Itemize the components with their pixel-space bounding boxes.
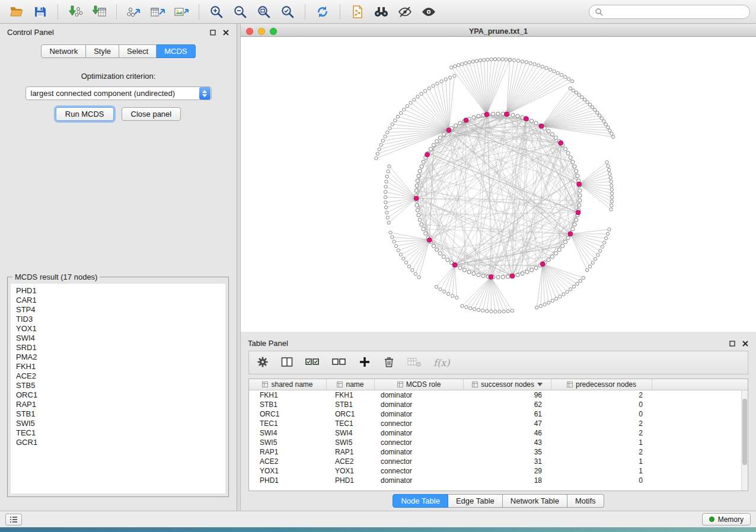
network-node[interactable]	[492, 112, 495, 116]
deselect-all-button[interactable]	[331, 355, 347, 370]
cell-successor-nodes[interactable]: 61	[464, 410, 551, 418]
network-node[interactable]	[493, 57, 496, 60]
tab-mcds[interactable]: MCDS	[157, 44, 195, 58]
table-tab-network-table[interactable]: Network Table	[503, 494, 567, 508]
network-node[interactable]	[461, 305, 464, 307]
network-node[interactable]	[609, 176, 612, 179]
dominator-node[interactable]	[576, 210, 580, 215]
network-node[interactable]	[569, 288, 572, 291]
network-node[interactable]	[588, 265, 591, 268]
mcds-result-item[interactable]: RAP1	[11, 400, 225, 409]
network-node[interactable]	[442, 133, 445, 136]
network-node[interactable]	[521, 60, 524, 63]
network-node[interactable]	[579, 279, 582, 282]
cell-name[interactable]: RAP1	[327, 448, 375, 456]
network-node[interactable]	[572, 285, 575, 288]
network-node[interactable]	[516, 59, 519, 62]
network-node[interactable]	[560, 73, 563, 76]
network-node[interactable]	[550, 255, 554, 258]
network-node[interactable]	[494, 310, 497, 313]
network-node[interactable]	[578, 194, 582, 197]
network-node[interactable]	[610, 196, 613, 199]
network-node[interactable]	[384, 135, 387, 138]
criterion-dropdown[interactable]: largest connected component (undirected)	[25, 86, 212, 100]
network-node[interactable]	[533, 63, 536, 66]
network-node[interactable]	[594, 108, 596, 111]
cell-MCDS-role[interactable]: dominator	[375, 476, 464, 485]
tab-style[interactable]: Style	[86, 44, 119, 58]
cell-MCDS-role[interactable]: connector	[375, 467, 464, 475]
network-node[interactable]	[477, 309, 480, 312]
network-node[interactable]	[525, 60, 528, 63]
cell-name[interactable]: TEC1	[327, 419, 375, 428]
network-node[interactable]	[563, 240, 567, 243]
mcds-result-item[interactable]: STP4	[11, 305, 225, 315]
export-as-web-button[interactable]	[347, 3, 368, 21]
network-node[interactable]	[530, 268, 534, 272]
network-node[interactable]	[472, 272, 476, 275]
network-node[interactable]	[387, 170, 390, 173]
network-node[interactable]	[600, 117, 603, 120]
network-node[interactable]	[486, 58, 489, 61]
network-node[interactable]	[578, 189, 582, 193]
dominator-node[interactable]	[539, 124, 544, 129]
network-node[interactable]	[411, 268, 414, 271]
network-node[interactable]	[471, 60, 474, 63]
network-node[interactable]	[606, 232, 609, 235]
cell-predecessor-nodes[interactable]: 0	[551, 410, 652, 418]
memory-button[interactable]: Memory	[702, 513, 751, 525]
network-node[interactable]	[468, 60, 471, 63]
table-row[interactable]: RAP1RAP1dominator352	[249, 447, 748, 457]
network-node[interactable]	[384, 196, 387, 198]
cell-name[interactable]: SWI4	[327, 429, 375, 437]
cell-successor-nodes[interactable]: 43	[464, 438, 551, 447]
network-node[interactable]	[578, 204, 581, 207]
network-node[interactable]	[440, 80, 443, 83]
network-node[interactable]	[608, 129, 611, 132]
cell-name[interactable]: PHD1	[327, 476, 375, 485]
cell-predecessor-nodes[interactable]: 0	[551, 400, 652, 409]
mcds-result-item[interactable]: ACE2	[11, 371, 225, 381]
network-node[interactable]	[562, 293, 565, 296]
network-node[interactable]	[376, 152, 379, 155]
network-node[interactable]	[496, 112, 500, 116]
network-node[interactable]	[490, 310, 493, 313]
network-node[interactable]	[446, 258, 449, 262]
network-node[interactable]	[610, 208, 613, 211]
network-node[interactable]	[432, 84, 435, 87]
cell-shared-name[interactable]: SWI5	[249, 438, 327, 447]
network-node[interactable]	[451, 294, 454, 297]
table-tab-edge-table[interactable]: Edge Table	[448, 494, 503, 508]
show-columns-button[interactable]	[280, 355, 294, 370]
mcds-result-item[interactable]: TEC1	[11, 428, 225, 438]
network-node[interactable]	[566, 290, 569, 293]
network-node[interactable]	[605, 236, 608, 239]
network-node[interactable]	[529, 62, 532, 65]
cell-predecessor-nodes[interactable]: 2	[551, 429, 652, 437]
dominator-node[interactable]	[425, 152, 430, 157]
network-node[interactable]	[458, 266, 462, 270]
network-node[interactable]	[596, 254, 599, 257]
network-node[interactable]	[547, 258, 550, 262]
network-node[interactable]	[384, 206, 387, 209]
network-node[interactable]	[399, 253, 402, 256]
network-node[interactable]	[591, 261, 594, 264]
network-node[interactable]	[525, 270, 529, 274]
dominator-node[interactable]	[414, 196, 419, 201]
network-node[interactable]	[389, 231, 392, 234]
select-all-button[interactable]	[305, 355, 320, 370]
cell-name[interactable]: SWI5	[327, 438, 375, 447]
cell-name[interactable]: STB1	[327, 400, 375, 409]
network-node[interactable]	[388, 127, 391, 130]
network-node[interactable]	[448, 76, 451, 79]
network-node[interactable]	[432, 143, 435, 147]
network-node[interactable]	[537, 64, 540, 67]
network-node[interactable]	[505, 58, 508, 61]
network-node[interactable]	[413, 98, 416, 101]
network-node[interactable]	[575, 218, 578, 222]
network-node[interactable]	[415, 184, 419, 187]
cell-successor-nodes[interactable]: 46	[464, 429, 551, 437]
network-node[interactable]	[420, 92, 423, 95]
zoom-out-button[interactable]	[229, 3, 251, 21]
zoom-in-button[interactable]	[206, 3, 227, 21]
